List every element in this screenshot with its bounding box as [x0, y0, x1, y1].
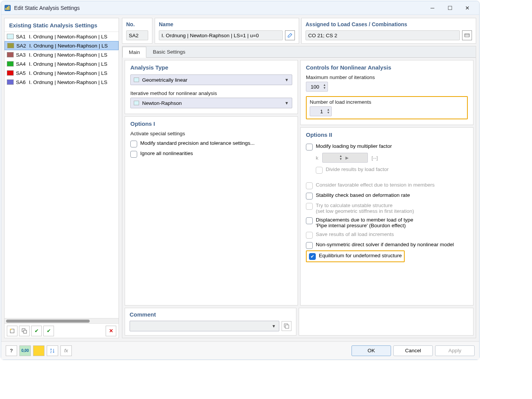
apply-button[interactable]: Apply [435, 345, 475, 356]
stability-check-row[interactable]: Stability check based on deformation rat… [306, 191, 468, 201]
svg-text:Z: Z [50, 351, 52, 353]
sidebar-item-sa1[interactable]: SA1I. Ordnung | Newton-Raphson | LS [5, 32, 119, 41]
main-area: No. Name Assigned to Load Cases / Combin… [122, 18, 476, 338]
cancel-button[interactable]: Cancel [393, 345, 433, 356]
consider-tension-checkbox [306, 182, 313, 189]
color-button[interactable] [33, 345, 44, 356]
fx-button[interactable]: fx [60, 345, 72, 356]
sidebar: Existing Static Analysis Settings SA1I. … [4, 18, 119, 338]
tab-main[interactable]: Main [122, 47, 146, 58]
sidebar-item-sa6[interactable]: SA6I. Ordnung | Newton-Raphson | LS [5, 78, 119, 87]
ignore-nonlin-checkbox[interactable] [130, 151, 137, 158]
k-spinner: ▲▼ ▶ [322, 153, 368, 163]
equilibrium-label: Equilibrium for undeformed structure [319, 253, 402, 258]
nonsym-solver-checkbox[interactable] [306, 242, 313, 249]
sidebar-scrollbar[interactable] [5, 318, 119, 323]
sidebar-item-label: I. Ordnung | Newton-Raphson | LS [29, 52, 108, 58]
sidebar-header: Existing Static Analysis Settings [5, 18, 119, 32]
pipe-pressure-row[interactable]: Displacements due to member load of type… [306, 215, 468, 230]
analysis-type-dropdown[interactable]: Geometrically linear ▼ [130, 74, 292, 85]
ok-button[interactable]: OK [352, 345, 391, 356]
pipe-l2: 'Pipe internal pressure' (Bourdon effect… [316, 223, 406, 228]
tab-basic-settings[interactable]: Basic Settings [146, 46, 192, 57]
iterative-method-dropdown[interactable]: Newton-Raphson ▼ [130, 98, 292, 108]
nonsym-solver-row[interactable]: Non-symmetric direct solver if demanded … [306, 240, 468, 250]
swatch-icon [7, 52, 14, 57]
save-results-checkbox [306, 232, 313, 239]
sidebar-item-id: SA1 [16, 34, 29, 40]
spinner-buttons-icon[interactable]: ▲▼ [321, 84, 328, 90]
copy-button[interactable] [19, 326, 30, 336]
equilibrium-checkbox[interactable]: ✔ [309, 253, 316, 260]
modify-loading-label: Modify loading by multiplier factor [316, 143, 392, 149]
modify-precision-row[interactable]: Modify standard precision and tolerance … [130, 139, 292, 149]
assigned-browse-button[interactable] [462, 30, 472, 40]
assigned-field[interactable] [306, 30, 460, 40]
sidebar-item-sa5[interactable]: SA5I. Ordnung | Newton-Raphson | LS [5, 68, 119, 78]
chevron-down-icon: ▼ [285, 101, 289, 105]
swatch-icon [7, 70, 14, 76]
sidebar-item-sa4[interactable]: SA4I. Ordnung | Newton-Raphson | LS [5, 59, 119, 68]
equilibrium-highlight: ✔ Equilibrium for undeformed structure [306, 250, 405, 262]
help-button[interactable]: ? [6, 345, 17, 356]
svg-rect-8 [465, 34, 469, 37]
comment-dropdown[interactable]: ▼ [130, 321, 279, 331]
panel-comment: Comment ▼ [125, 308, 296, 336]
sidebar-item-sa2[interactable]: SA2I. Ordnung | Newton-Raphson | LS [5, 41, 119, 50]
swatch-icon [7, 43, 14, 48]
load-incr-spinner[interactable]: 1 ▲▼ [310, 106, 332, 116]
iterative-label: Iterative method for nonlinear analysis [130, 90, 292, 96]
equilibrium-row[interactable]: ✔ Equilibrium for undeformed structure [308, 252, 402, 261]
swatch-icon [7, 79, 14, 85]
check-button-1[interactable]: ✔ [31, 326, 42, 336]
card-analysis-type: Analysis Type Geometrically linear ▼ Ite… [125, 60, 298, 114]
sidebar-item-label: I. Ordnung | Newton-Raphson | LS [29, 70, 108, 76]
max-iter-spinner[interactable]: 100 ▲▼ [306, 82, 328, 92]
swatch-icon [7, 61, 14, 66]
title-bar: Edit Static Analysis Settings ─ ☐ ✕ [1, 1, 479, 15]
chevron-down-icon: ▼ [285, 78, 289, 82]
stability-check-checkbox[interactable] [306, 193, 313, 200]
delete-button[interactable]: ✕ [106, 326, 116, 336]
edit-name-button[interactable] [285, 30, 295, 40]
load-increments-highlight: Number of load increments 1 ▲▼ [306, 96, 468, 119]
modify-loading-row[interactable]: Modify loading by multiplier factor [306, 142, 468, 152]
spinner-buttons-icon[interactable]: ▲▼ [325, 108, 331, 114]
check-button-2[interactable]: ✔ [43, 326, 54, 336]
sidebar-item-id: SA3 [16, 52, 29, 58]
k-label: k [316, 155, 318, 161]
modify-loading-checkbox[interactable] [306, 144, 313, 150]
units-button[interactable]: 0,00 [19, 345, 31, 356]
consider-tension-row: Consider favorable effect due to tension… [306, 180, 468, 191]
svg-rect-11 [285, 325, 289, 328]
divide-results-checkbox [316, 167, 323, 174]
minimize-button[interactable]: ─ [424, 1, 441, 15]
maximize-button[interactable]: ☐ [441, 1, 459, 15]
activate-label: Activate special settings [130, 131, 292, 136]
modify-precision-checkbox[interactable] [130, 141, 137, 147]
try-unstable-l1: Try to calculate unstable structure [316, 203, 393, 208]
card-controls-nonlinear: Controls for Nonlinear Analysis Maximum … [300, 60, 473, 125]
pipe-pressure-checkbox[interactable] [306, 217, 313, 224]
nonsym-solver-label: Non-symmetric direct solver if demanded … [316, 242, 454, 247]
panel-no: No. [122, 18, 152, 44]
comment-library-button[interactable] [282, 321, 291, 331]
assigned-label: Assigned to Load Cases / Combinations [306, 21, 472, 27]
window-title: Edit Static Analysis Settings [14, 5, 80, 11]
iterative-value: Newton-Raphson [142, 100, 182, 106]
sidebar-item-sa3[interactable]: SA3I. Ordnung | Newton-Raphson | LS [5, 50, 119, 59]
new-button[interactable] [7, 326, 17, 336]
dialog-window: Edit Static Analysis Settings ─ ☐ ✕ Exis… [1, 1, 480, 360]
k-unit: [--] [372, 155, 378, 161]
ignore-nonlin-row[interactable]: Ignore all nonlinearities [130, 149, 292, 159]
no-field[interactable] [126, 30, 148, 40]
sort-button[interactable]: AZ [47, 345, 58, 356]
divide-results-label: Divide results by load factor [326, 166, 389, 172]
name-field[interactable] [159, 30, 283, 40]
panel-comment-right [299, 308, 473, 336]
divide-results-row: Divide results by load factor [306, 165, 468, 175]
sidebar-list: SA1I. Ordnung | Newton-Raphson | LSSA2I.… [5, 32, 119, 318]
sidebar-toolbar: ✔ ✔ ✕ [5, 323, 119, 338]
close-button[interactable]: ✕ [459, 1, 476, 15]
analysis-type-value: Geometrically linear [142, 77, 187, 83]
